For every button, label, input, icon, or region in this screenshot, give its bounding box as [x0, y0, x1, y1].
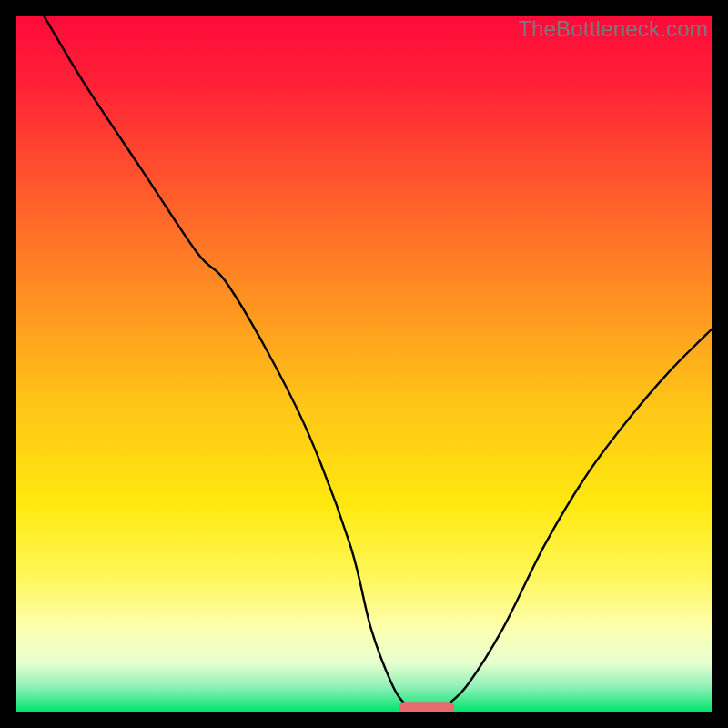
chart-svg — [16, 16, 712, 712]
chart-frame: TheBottleneck.com — [16, 16, 712, 712]
watermark-text: TheBottleneck.com — [518, 16, 708, 42]
optimal-zone-marker — [399, 702, 454, 712]
gradient-background — [16, 16, 712, 712]
